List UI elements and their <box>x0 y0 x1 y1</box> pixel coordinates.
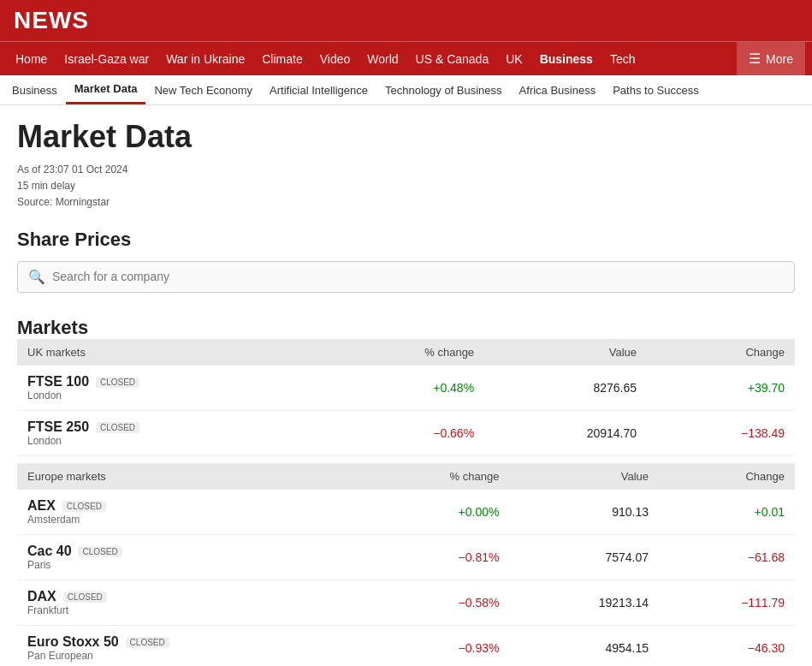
nav-home[interactable]: Home <box>7 44 56 74</box>
index-name: FTSE 100 <box>27 374 89 389</box>
closed-badge: CLOSED <box>78 546 122 557</box>
europe-markets-label: Europe markets <box>17 463 361 490</box>
uk-markets-table: UK markets % change Value Change FTSE 10… <box>17 339 795 456</box>
search-input[interactable] <box>52 270 784 283</box>
change: +0.01 <box>659 490 795 535</box>
more-label: More <box>766 52 793 66</box>
uk-col-value: Value <box>484 339 647 366</box>
sub-nav: Business Market Data New Tech Economy Ar… <box>0 75 812 105</box>
search-bar[interactable]: 🔍 <box>17 261 795 293</box>
value: 8276.65 <box>484 366 647 411</box>
value: 20914.70 <box>484 410 647 455</box>
index-location: Amsterdam <box>27 514 351 526</box>
index-location: London <box>27 435 312 447</box>
nav-ukraine[interactable]: War in Ukraine <box>157 44 253 74</box>
index-location: Frankfurt <box>27 604 351 616</box>
table-row[interactable]: FTSE 250 CLOSED London −0.66% 20914.70 −… <box>17 410 795 455</box>
closed-badge: CLOSED <box>62 501 106 512</box>
value: 910.13 <box>509 490 659 535</box>
percent-change: −0.93% <box>361 625 509 666</box>
index-cell: Cac 40 CLOSED Paris <box>17 534 361 580</box>
index-name: Euro Stoxx 50 <box>27 634 119 649</box>
closed-badge: CLOSED <box>63 592 107 603</box>
data-timestamp: As of 23:07 01 Oct 2024 <box>17 162 795 178</box>
value: 7574.07 <box>509 534 659 580</box>
main-nav: Home Israel-Gaza war War in Ukraine Clim… <box>0 41 812 75</box>
share-prices-title: Share Prices <box>17 229 795 251</box>
europe-markets-table: Europe markets % change Value Change AEX… <box>17 463 795 666</box>
nav-tech[interactable]: Tech <box>602 44 644 74</box>
index-cell: FTSE 250 CLOSED London <box>17 410 323 455</box>
percent-change: +0.00% <box>361 490 509 535</box>
markets-title: Markets <box>17 317 795 339</box>
index-name: Cac 40 <box>27 544 72 558</box>
data-source: Source: Morningstar <box>17 194 795 211</box>
index-cell: AEX CLOSED Amsterdam <box>17 490 361 535</box>
top-bar: NEWS <box>0 0 812 41</box>
percent-change: −0.58% <box>361 580 509 625</box>
percent-change: −0.66% <box>323 410 484 455</box>
europe-col-percent: % change <box>361 463 509 490</box>
subnav-business[interactable]: Business <box>3 77 66 104</box>
table-row[interactable]: Cac 40 CLOSED Paris −0.81% 7574.07 −61.6… <box>17 534 795 580</box>
page-content: Market Data As of 23:07 01 Oct 2024 15 m… <box>0 105 812 666</box>
percent-change: +0.48% <box>323 366 484 411</box>
europe-col-change: Change <box>659 463 795 490</box>
index-name: FTSE 250 <box>27 419 89 434</box>
uk-col-percent: % change <box>323 339 484 366</box>
value: 4954.15 <box>509 625 659 666</box>
index-cell: FTSE 100 CLOSED London <box>17 366 323 411</box>
value: 19213.14 <box>509 580 659 625</box>
more-button[interactable]: ☰ More <box>737 42 805 75</box>
index-location: Pan European <box>27 650 351 662</box>
page-title: Market Data <box>17 119 795 155</box>
nav-climate[interactable]: Climate <box>253 44 311 74</box>
data-delay: 15 min delay <box>17 178 795 194</box>
search-icon: 🔍 <box>28 269 45 285</box>
europe-markets-header: Europe markets % change Value Change <box>17 463 795 490</box>
change: −111.79 <box>659 580 795 625</box>
nav-uk[interactable]: UK <box>497 44 530 74</box>
index-cell: DAX CLOSED Frankfurt <box>17 580 361 625</box>
nav-business[interactable]: Business <box>531 44 602 74</box>
table-row[interactable]: AEX CLOSED Amsterdam +0.00% 910.13 +0.01 <box>17 490 795 535</box>
subnav-market-data[interactable]: Market Data <box>66 75 146 104</box>
index-location: Paris <box>27 559 351 571</box>
closed-badge: CLOSED <box>96 377 139 388</box>
news-logo: NEWS <box>14 7 89 33</box>
uk-markets-label: UK markets <box>17 339 323 366</box>
uk-col-change: Change <box>647 339 795 366</box>
nav-video[interactable]: Video <box>311 44 359 74</box>
change: −61.68 <box>659 534 795 580</box>
uk-markets-header: UK markets % change Value Change <box>17 339 795 366</box>
nav-israel-gaza[interactable]: Israel-Gaza war <box>56 44 157 74</box>
percent-change: −0.81% <box>361 534 509 580</box>
hamburger-icon: ☰ <box>749 51 761 67</box>
table-row[interactable]: FTSE 100 CLOSED London +0.48% 8276.65 +3… <box>17 366 795 411</box>
change: −46.30 <box>659 625 795 666</box>
closed-badge: CLOSED <box>126 637 169 648</box>
subnav-tech-of-business[interactable]: Technology of Business <box>376 77 511 104</box>
europe-col-value: Value <box>509 463 659 490</box>
table-row[interactable]: Euro Stoxx 50 CLOSED Pan European −0.93%… <box>17 625 795 666</box>
closed-badge: CLOSED <box>96 422 139 433</box>
data-info: As of 23:07 01 Oct 2024 15 min delay Sou… <box>17 162 795 211</box>
subnav-africa-business[interactable]: Africa Business <box>511 77 605 104</box>
change: +39.70 <box>647 366 795 411</box>
subnav-paths-to-success[interactable]: Paths to Success <box>604 77 707 104</box>
index-name: DAX <box>27 589 56 604</box>
nav-us-canada[interactable]: US & Canada <box>407 44 498 74</box>
index-name: AEX <box>27 498 56 513</box>
index-cell: Euro Stoxx 50 CLOSED Pan European <box>17 625 361 666</box>
nav-world[interactable]: World <box>359 44 406 74</box>
change: −138.49 <box>647 410 795 455</box>
subnav-ai[interactable]: Artificial Intelligence <box>261 77 376 104</box>
table-row[interactable]: DAX CLOSED Frankfurt −0.58% 19213.14 −11… <box>17 580 795 625</box>
subnav-new-tech-economy[interactable]: New Tech Economy <box>145 77 261 104</box>
index-location: London <box>27 389 312 401</box>
